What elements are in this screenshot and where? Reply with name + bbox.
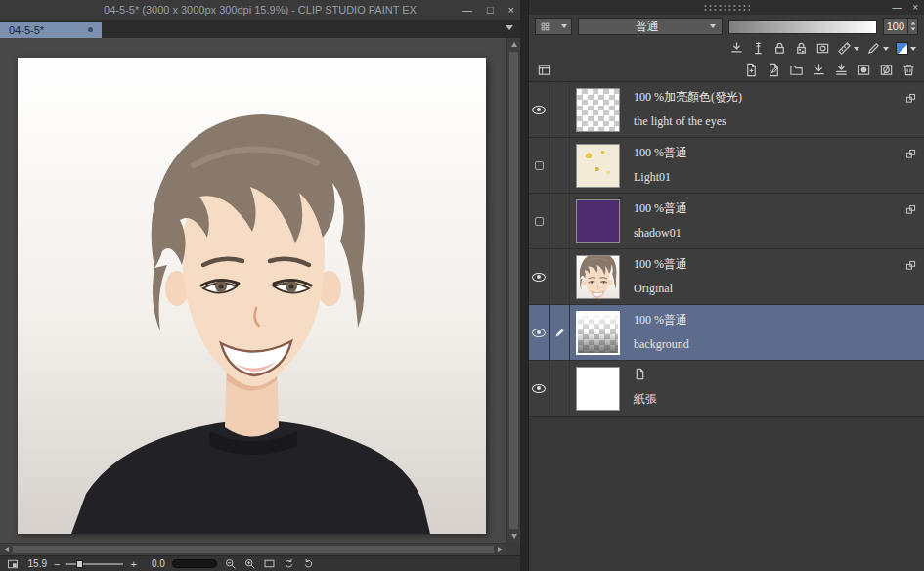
navigator-icon[interactable] [7,558,19,570]
vertical-scroll-thumb[interactable] [509,52,518,529]
visibility-cell[interactable] [529,138,550,193]
enable-mask-button[interactable] [815,41,830,56]
edit-target-cell[interactable] [550,194,570,248]
scroll-left-arrow[interactable] [4,547,9,552]
create-layer-mask-button[interactable] [857,63,871,77]
visibility-eye-icon[interactable] [532,329,546,337]
canvas-area [0,38,520,555]
layer-row[interactable]: 紙張 [529,361,924,417]
horizontal-scroll-thumb[interactable] [13,546,494,553]
zoom-in-magnifier-icon[interactable] [243,557,256,570]
new-folder-button[interactable] [789,63,804,77]
palette-gripper[interactable] [703,4,750,11]
rotate-ccw-icon[interactable] [283,557,295,570]
blend-mode-dropdown[interactable]: 普通 [578,18,723,35]
layer-color-swatch-icon [896,42,908,55]
chevron-down-icon [561,24,567,28]
edit-target-cell[interactable] [550,361,570,416]
canvas[interactable] [18,58,486,534]
zoom-slider[interactable] [66,559,123,569]
layer-search-button[interactable] [537,63,551,77]
lock-layer-button[interactable] [772,41,787,56]
visibility-checkbox[interactable] [535,217,544,226]
zoom-in-button[interactable]: + [130,559,136,569]
visibility-eye-icon[interactable] [532,106,546,114]
close-button[interactable]: × [508,4,514,16]
zoom-slider-thumb[interactable] [76,560,83,568]
rotation-value: 0.0 [144,558,165,569]
draft-layer-button[interactable] [866,41,889,56]
edit-target-cell[interactable] [550,82,570,137]
thumbnail-artwork [577,256,619,298]
layer-thumbnail[interactable] [576,311,620,355]
zoom-out-magnifier-icon[interactable] [224,557,237,570]
layer-row[interactable]: 100 %普通 Original [529,249,924,305]
visibility-eye-icon[interactable] [532,273,546,282]
reference-layer-button[interactable] [751,41,766,56]
layer-property-toolbar [529,38,924,59]
layer-blend-opacity: 100 %普通 [634,145,893,161]
layer-thumbnail[interactable] [576,199,620,243]
zoom-out-button[interactable]: − [54,559,60,569]
apply-mask-button[interactable] [879,63,894,77]
layer-row[interactable]: 100 %普通 background [529,305,924,361]
spinner-up-icon[interactable] [910,22,915,24]
blend-mode-value: 普通 [585,19,710,35]
horizontal-scrollbar[interactable] [0,543,506,555]
layer-name: 紙張 [634,391,893,408]
layer-row[interactable]: 100 %加亮顏色(發光) the light of the eyes [529,82,924,138]
delete-layer-button[interactable] [902,63,916,77]
maximize-button[interactable]: □ [487,4,494,16]
edit-target-cell[interactable] [550,305,570,360]
rotation-slider[interactable] [172,559,217,568]
clip-to-layer-below-button[interactable] [729,41,744,56]
layer-thumbnail[interactable] [576,88,620,132]
layer-thumbnail[interactable] [576,144,620,188]
new-raster-layer-button[interactable] [744,63,759,77]
layer-name: background [634,337,893,352]
visibility-cell[interactable] [529,82,550,137]
layer-color-button[interactable] [896,42,916,55]
visibility-cell[interactable] [529,361,550,416]
transfer-to-below-button[interactable] [812,63,826,77]
edit-target-cell[interactable] [550,249,570,304]
layer-info: 100 %普通 shadow01 [626,194,897,248]
visibility-cell[interactable] [529,194,550,248]
minimize-button[interactable]: — [462,4,472,16]
scroll-down-arrow[interactable] [511,534,517,539]
window-controls: — □ × [462,0,514,20]
palette-titlebar[interactable]: — × [529,0,924,15]
layer-list: 100 %加亮顏色(發光) the light of the eyes 100 … [529,82,924,473]
palette-close-button[interactable]: × [912,2,918,13]
tab-modified-dot [88,27,93,32]
palette-minimize-button[interactable]: — [892,2,902,13]
new-vector-layer-button[interactable] [767,63,781,77]
main-window: 04-5-5* (3000 x 3000px 300dpi 15.9%) - C… [0,0,520,571]
opacity-spinner[interactable] [907,19,917,34]
layer-row[interactable]: 100 %普通 shadow01 [529,194,924,249]
edit-target-cell[interactable] [550,138,570,193]
visibility-eye-icon[interactable] [532,384,546,393]
ruler-button[interactable] [837,41,859,56]
layer-thumbnail[interactable] [576,367,620,411]
vertical-scrollbar[interactable] [506,38,520,543]
tab-list-arrow[interactable] [506,25,513,30]
layer-row[interactable]: 100 %普通 Light01 [529,138,924,194]
chevron-down-icon [910,47,916,51]
lock-transparent-pixels-button[interactable] [794,41,809,56]
scroll-right-arrow[interactable] [498,547,503,552]
visibility-cell[interactable] [529,305,550,360]
rotate-cw-icon[interactable] [302,557,315,570]
visibility-cell[interactable] [529,249,550,304]
scroll-up-arrow[interactable] [511,42,517,47]
merge-with-below-button[interactable] [834,63,849,77]
opacity-slider[interactable] [728,20,877,34]
opacity-field[interactable]: 100 [883,18,918,35]
visibility-checkbox[interactable] [535,161,544,170]
fit-to-screen-icon[interactable] [263,557,276,570]
document-tab[interactable]: 04-5-5* [0,22,102,38]
palette-option-dropdown[interactable] [535,18,572,35]
spinner-down-icon[interactable] [910,27,915,30]
layer-thumbnail[interactable] [576,255,620,299]
thumbnail-cell [570,305,626,360]
